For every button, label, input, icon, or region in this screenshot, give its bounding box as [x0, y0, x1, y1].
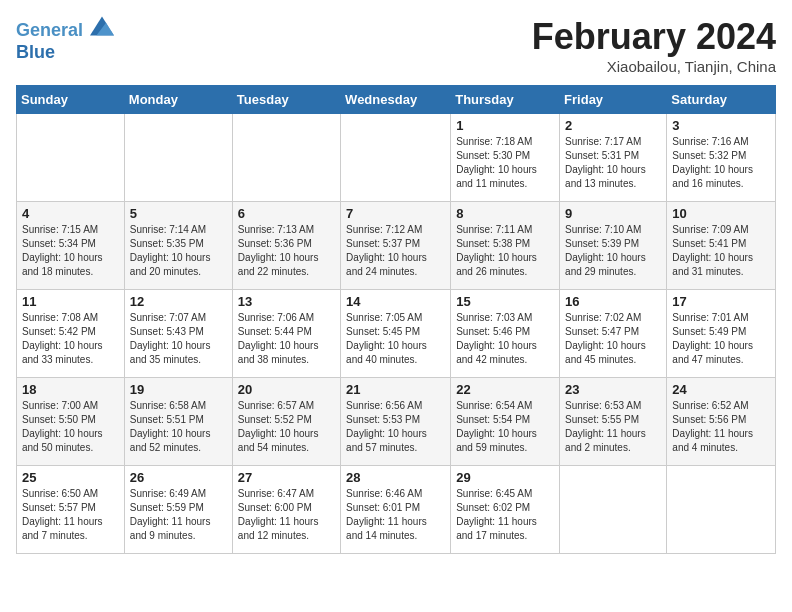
page-header: General Blue February 2024 Xiaobailou, T…	[16, 16, 776, 75]
header-sunday: Sunday	[17, 86, 125, 114]
calendar-cell: 23Sunrise: 6:53 AMSunset: 5:55 PMDayligh…	[560, 378, 667, 466]
day-info: Sunrise: 7:18 AMSunset: 5:30 PMDaylight:…	[456, 135, 554, 191]
calendar-cell: 7Sunrise: 7:12 AMSunset: 5:37 PMDaylight…	[341, 202, 451, 290]
day-number: 20	[238, 382, 335, 397]
calendar-cell	[667, 466, 776, 554]
day-number: 17	[672, 294, 770, 309]
header-row: SundayMondayTuesdayWednesdayThursdayFrid…	[17, 86, 776, 114]
logo-text: General	[16, 16, 114, 42]
calendar-cell: 19Sunrise: 6:58 AMSunset: 5:51 PMDayligh…	[124, 378, 232, 466]
calendar-cell: 4Sunrise: 7:15 AMSunset: 5:34 PMDaylight…	[17, 202, 125, 290]
day-number: 22	[456, 382, 554, 397]
header-friday: Friday	[560, 86, 667, 114]
calendar-cell: 12Sunrise: 7:07 AMSunset: 5:43 PMDayligh…	[124, 290, 232, 378]
day-info: Sunrise: 7:17 AMSunset: 5:31 PMDaylight:…	[565, 135, 661, 191]
calendar-cell: 3Sunrise: 7:16 AMSunset: 5:32 PMDaylight…	[667, 114, 776, 202]
logo-icon	[90, 16, 114, 36]
day-info: Sunrise: 7:11 AMSunset: 5:38 PMDaylight:…	[456, 223, 554, 279]
day-info: Sunrise: 6:57 AMSunset: 5:52 PMDaylight:…	[238, 399, 335, 455]
calendar-cell	[341, 114, 451, 202]
week-row-1: 1Sunrise: 7:18 AMSunset: 5:30 PMDaylight…	[17, 114, 776, 202]
day-number: 12	[130, 294, 227, 309]
logo-text-blue: Blue	[16, 42, 114, 64]
day-info: Sunrise: 7:09 AMSunset: 5:41 PMDaylight:…	[672, 223, 770, 279]
day-info: Sunrise: 6:54 AMSunset: 5:54 PMDaylight:…	[456, 399, 554, 455]
calendar-cell: 8Sunrise: 7:11 AMSunset: 5:38 PMDaylight…	[451, 202, 560, 290]
calendar-cell	[17, 114, 125, 202]
day-info: Sunrise: 6:49 AMSunset: 5:59 PMDaylight:…	[130, 487, 227, 543]
day-number: 7	[346, 206, 445, 221]
day-info: Sunrise: 6:46 AMSunset: 6:01 PMDaylight:…	[346, 487, 445, 543]
day-info: Sunrise: 6:52 AMSunset: 5:56 PMDaylight:…	[672, 399, 770, 455]
calendar-cell: 29Sunrise: 6:45 AMSunset: 6:02 PMDayligh…	[451, 466, 560, 554]
day-info: Sunrise: 6:47 AMSunset: 6:00 PMDaylight:…	[238, 487, 335, 543]
calendar-cell: 21Sunrise: 6:56 AMSunset: 5:53 PMDayligh…	[341, 378, 451, 466]
day-info: Sunrise: 6:53 AMSunset: 5:55 PMDaylight:…	[565, 399, 661, 455]
day-number: 2	[565, 118, 661, 133]
calendar-cell: 6Sunrise: 7:13 AMSunset: 5:36 PMDaylight…	[232, 202, 340, 290]
header-saturday: Saturday	[667, 86, 776, 114]
day-info: Sunrise: 7:08 AMSunset: 5:42 PMDaylight:…	[22, 311, 119, 367]
day-info: Sunrise: 6:45 AMSunset: 6:02 PMDaylight:…	[456, 487, 554, 543]
calendar-cell: 1Sunrise: 7:18 AMSunset: 5:30 PMDaylight…	[451, 114, 560, 202]
day-number: 9	[565, 206, 661, 221]
week-row-2: 4Sunrise: 7:15 AMSunset: 5:34 PMDaylight…	[17, 202, 776, 290]
calendar-cell: 11Sunrise: 7:08 AMSunset: 5:42 PMDayligh…	[17, 290, 125, 378]
title-block: February 2024 Xiaobailou, Tianjin, China	[532, 16, 776, 75]
day-number: 4	[22, 206, 119, 221]
day-info: Sunrise: 6:50 AMSunset: 5:57 PMDaylight:…	[22, 487, 119, 543]
day-number: 28	[346, 470, 445, 485]
calendar-cell: 17Sunrise: 7:01 AMSunset: 5:49 PMDayligh…	[667, 290, 776, 378]
calendar-cell: 10Sunrise: 7:09 AMSunset: 5:41 PMDayligh…	[667, 202, 776, 290]
location: Xiaobailou, Tianjin, China	[532, 58, 776, 75]
calendar-cell: 14Sunrise: 7:05 AMSunset: 5:45 PMDayligh…	[341, 290, 451, 378]
calendar-cell: 25Sunrise: 6:50 AMSunset: 5:57 PMDayligh…	[17, 466, 125, 554]
calendar-cell: 27Sunrise: 6:47 AMSunset: 6:00 PMDayligh…	[232, 466, 340, 554]
day-info: Sunrise: 7:13 AMSunset: 5:36 PMDaylight:…	[238, 223, 335, 279]
calendar-cell: 9Sunrise: 7:10 AMSunset: 5:39 PMDaylight…	[560, 202, 667, 290]
day-info: Sunrise: 7:14 AMSunset: 5:35 PMDaylight:…	[130, 223, 227, 279]
day-info: Sunrise: 6:56 AMSunset: 5:53 PMDaylight:…	[346, 399, 445, 455]
day-info: Sunrise: 7:10 AMSunset: 5:39 PMDaylight:…	[565, 223, 661, 279]
day-number: 3	[672, 118, 770, 133]
calendar-cell: 5Sunrise: 7:14 AMSunset: 5:35 PMDaylight…	[124, 202, 232, 290]
day-number: 26	[130, 470, 227, 485]
day-number: 16	[565, 294, 661, 309]
week-row-3: 11Sunrise: 7:08 AMSunset: 5:42 PMDayligh…	[17, 290, 776, 378]
calendar-cell	[124, 114, 232, 202]
day-info: Sunrise: 7:12 AMSunset: 5:37 PMDaylight:…	[346, 223, 445, 279]
day-info: Sunrise: 6:58 AMSunset: 5:51 PMDaylight:…	[130, 399, 227, 455]
calendar-cell: 28Sunrise: 6:46 AMSunset: 6:01 PMDayligh…	[341, 466, 451, 554]
calendar-cell: 24Sunrise: 6:52 AMSunset: 5:56 PMDayligh…	[667, 378, 776, 466]
day-info: Sunrise: 7:07 AMSunset: 5:43 PMDaylight:…	[130, 311, 227, 367]
calendar-cell: 2Sunrise: 7:17 AMSunset: 5:31 PMDaylight…	[560, 114, 667, 202]
day-number: 19	[130, 382, 227, 397]
day-info: Sunrise: 7:01 AMSunset: 5:49 PMDaylight:…	[672, 311, 770, 367]
header-thursday: Thursday	[451, 86, 560, 114]
calendar-cell: 13Sunrise: 7:06 AMSunset: 5:44 PMDayligh…	[232, 290, 340, 378]
day-number: 1	[456, 118, 554, 133]
day-info: Sunrise: 7:05 AMSunset: 5:45 PMDaylight:…	[346, 311, 445, 367]
calendar-cell: 15Sunrise: 7:03 AMSunset: 5:46 PMDayligh…	[451, 290, 560, 378]
day-number: 8	[456, 206, 554, 221]
day-number: 25	[22, 470, 119, 485]
day-number: 24	[672, 382, 770, 397]
calendar-cell	[232, 114, 340, 202]
header-monday: Monday	[124, 86, 232, 114]
day-number: 10	[672, 206, 770, 221]
day-info: Sunrise: 7:00 AMSunset: 5:50 PMDaylight:…	[22, 399, 119, 455]
month-title: February 2024	[532, 16, 776, 58]
day-info: Sunrise: 7:15 AMSunset: 5:34 PMDaylight:…	[22, 223, 119, 279]
week-row-5: 25Sunrise: 6:50 AMSunset: 5:57 PMDayligh…	[17, 466, 776, 554]
calendar-cell: 22Sunrise: 6:54 AMSunset: 5:54 PMDayligh…	[451, 378, 560, 466]
calendar-cell: 26Sunrise: 6:49 AMSunset: 5:59 PMDayligh…	[124, 466, 232, 554]
header-wednesday: Wednesday	[341, 86, 451, 114]
day-number: 6	[238, 206, 335, 221]
day-number: 18	[22, 382, 119, 397]
calendar-cell: 20Sunrise: 6:57 AMSunset: 5:52 PMDayligh…	[232, 378, 340, 466]
day-number: 13	[238, 294, 335, 309]
calendar-cell	[560, 466, 667, 554]
day-number: 11	[22, 294, 119, 309]
day-number: 21	[346, 382, 445, 397]
day-number: 5	[130, 206, 227, 221]
